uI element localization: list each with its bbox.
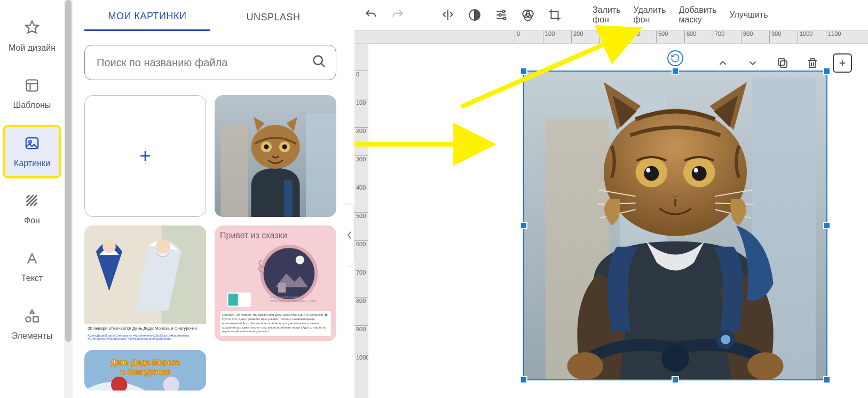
thumb-cat[interactable] <box>215 95 336 217</box>
svg-point-11 <box>251 125 299 169</box>
nav-scrollbar-thumb[interactable] <box>65 0 72 342</box>
nav-text[interactable]: Текст <box>3 240 61 294</box>
thumb-grid: + <box>84 95 336 391</box>
star-icon <box>24 20 40 38</box>
tab-my-images[interactable]: МОИ КАРТИНКИ <box>84 3 210 31</box>
svg-point-48 <box>721 335 730 345</box>
adjust-button[interactable] <box>494 8 508 22</box>
add-mask-button[interactable]: Добавить маску <box>679 5 717 25</box>
ruler-h-tick: 400 <box>628 30 640 43</box>
add-button[interactable] <box>833 53 852 73</box>
svg-text:впечатления для всей семьи, 7,: впечатления для всей семьи, 7,5 руб <box>270 299 317 302</box>
nav-text-label: Текст <box>21 274 43 283</box>
svg-rect-23 <box>278 283 286 292</box>
resize-handle-mr[interactable] <box>823 222 831 229</box>
collapse-button[interactable] <box>345 203 354 267</box>
svg-point-56 <box>646 168 650 173</box>
nav-my-design-label: Мой дизайн <box>9 43 56 53</box>
nav-my-design[interactable]: Мой дизайн <box>3 10 61 63</box>
svg-text:и Снегурочки: и Снегурочки <box>120 368 170 376</box>
elements-icon <box>25 309 40 326</box>
redo-button[interactable] <box>391 8 405 22</box>
resize-handle-br[interactable] <box>823 376 831 384</box>
contrast-icon <box>468 8 482 22</box>
remove-bg-button[interactable]: Удалить фон <box>634 5 666 25</box>
collapse-handle <box>345 0 354 398</box>
copy-icon <box>776 57 789 69</box>
crop-icon <box>548 8 562 22</box>
venn-icon <box>521 8 535 22</box>
ruler-v-tick: 600 <box>354 240 368 247</box>
flip-button[interactable] <box>441 8 455 22</box>
resize-handle-bl[interactable] <box>520 376 527 384</box>
nav-templates-label: Шаблоны <box>13 100 51 110</box>
thumb-winter[interactable]: 30 января отмечается День Деда Мороза и … <box>84 225 206 341</box>
svg-text:Анна предлагает весенние: Анна предлагает весенние <box>270 295 304 299</box>
resize-handle-tr[interactable] <box>823 67 831 75</box>
text-icon <box>25 251 40 268</box>
rotate-handle[interactable] <box>667 50 683 66</box>
ruler-h-tick: 900 <box>769 30 781 43</box>
delete-button[interactable] <box>803 53 822 73</box>
chevron-left-icon <box>347 231 352 239</box>
svg-rect-0 <box>27 80 38 91</box>
ruler-v-tick: 100 <box>354 99 368 106</box>
floating-tools <box>713 53 852 73</box>
selected-image[interactable] <box>523 71 827 380</box>
nav-background-label: Фон <box>24 216 40 225</box>
plus-icon: + <box>139 145 151 167</box>
enhance-button[interactable]: Улучшить <box>729 10 768 20</box>
trash-icon <box>806 57 819 69</box>
ruler-h-tick: 500 <box>656 30 668 43</box>
layer-up-button[interactable] <box>713 53 732 73</box>
search-icon[interactable] <box>312 54 327 71</box>
search-input[interactable] <box>84 45 336 80</box>
resize-handle-bm[interactable] <box>672 376 679 384</box>
nav-scrollbar[interactable] <box>64 0 73 398</box>
nav-templates[interactable]: Шаблоны <box>3 67 61 121</box>
images-panel: МОИ КАРТИНКИ UNSPLASH + <box>73 0 345 398</box>
duplicate-button[interactable] <box>773 53 792 73</box>
undo-button[interactable] <box>364 8 378 22</box>
rotate-icon <box>670 53 680 63</box>
nav-images[interactable]: Картинки <box>3 125 61 178</box>
images-icon <box>24 135 40 153</box>
thumb-fairy[interactable]: Привет из сказки Анна предлагает весенни… <box>215 225 336 341</box>
background-icon <box>25 193 40 210</box>
svg-point-18 <box>102 240 116 253</box>
ruler-v-tick: 300 <box>354 155 368 162</box>
nav-elements[interactable]: Элементы <box>3 298 61 352</box>
svg-point-19 <box>156 239 170 254</box>
templates-icon <box>25 78 40 95</box>
svg-point-3 <box>26 317 30 322</box>
svg-rect-25 <box>228 294 238 306</box>
color-button[interactable] <box>521 8 535 22</box>
crop-button[interactable] <box>548 8 562 22</box>
fill-bg-button[interactable]: Залить фон <box>593 5 621 25</box>
undo-icon <box>364 8 378 22</box>
add-image-button[interactable]: + <box>84 95 206 217</box>
svg-point-49 <box>567 352 603 379</box>
thumb-banner[interactable]: День Деда Мороза и Снегурочки <box>84 350 206 391</box>
resize-handle-ml[interactable] <box>520 222 527 229</box>
ruler-horizontal: 0 100 200 300 400 500 600 700 800 900 10… <box>354 30 868 44</box>
resize-handle-tm[interactable] <box>672 67 679 75</box>
ruler-v-tick: 700 <box>354 269 368 276</box>
canvas-pane[interactable] <box>368 44 868 398</box>
layer-down-button[interactable] <box>743 53 762 73</box>
fairy-title: Привет из сказки <box>220 231 331 240</box>
svg-point-13 <box>264 144 269 149</box>
nav-background[interactable]: Фон <box>3 183 61 236</box>
ruler-h-tick: 0 <box>515 30 520 43</box>
ruler-v-tick: 0 <box>354 71 368 77</box>
ruler-v-tick: 500 <box>354 212 368 219</box>
resize-handle-tl[interactable] <box>520 67 527 75</box>
svg-point-50 <box>747 352 784 379</box>
svg-rect-40 <box>780 61 787 67</box>
workzone: 0 100 200 300 400 500 600 700 800 900 10… <box>354 44 868 398</box>
contrast-button[interactable] <box>468 8 482 22</box>
tab-unsplash[interactable]: UNSPLASH <box>210 4 336 30</box>
svg-point-15 <box>282 144 287 149</box>
svg-point-22 <box>296 255 304 264</box>
ruler-h-tick: 700 <box>713 30 724 43</box>
